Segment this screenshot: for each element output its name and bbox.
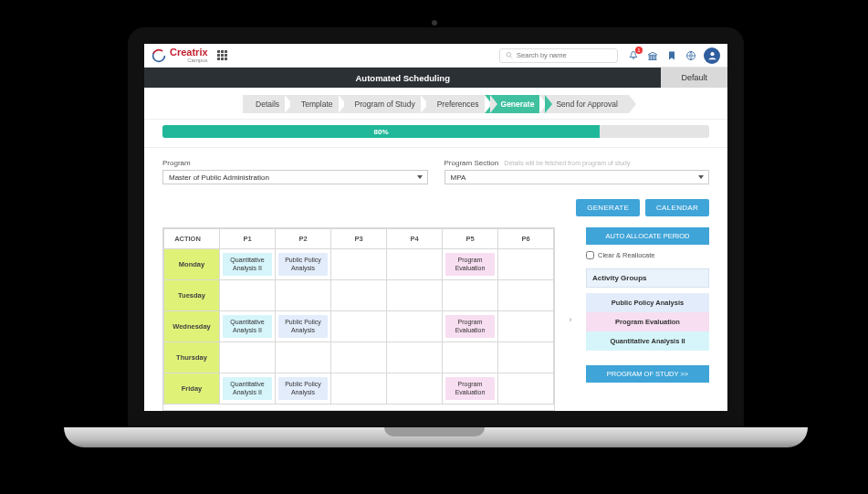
activity-group-item[interactable]: Quantitative Analysis II (586, 331, 709, 351)
laptop-camera (432, 20, 437, 26)
user-avatar[interactable] (704, 47, 720, 64)
topbar: Creatrix Campus 1 (144, 44, 727, 68)
schedule-cell[interactable]: Quantitative Analysis II (220, 311, 276, 342)
page-title: Automated Scheduling (144, 73, 661, 83)
schedule-cell[interactable]: Quantitative Analysis II (220, 373, 276, 405)
schedule-cell-empty[interactable] (276, 280, 331, 311)
schedule-cell-empty[interactable] (276, 342, 331, 373)
schedule-cell-empty[interactable] (331, 311, 387, 342)
svg-line-3 (510, 57, 512, 58)
wizard-steps: DetailsTemplateProgram of StudyPreferenc… (144, 88, 727, 120)
wizard-step-details[interactable]: Details (243, 95, 290, 113)
program-select[interactable]: Master of Public Administration (162, 170, 428, 184)
period-header: P3 (331, 229, 387, 249)
section-select[interactable]: MPA (444, 170, 710, 184)
section-hint: Details will be fetched from program of … (504, 160, 630, 166)
schedule-cell-empty[interactable] (498, 311, 554, 342)
schedule-cell-empty[interactable] (387, 311, 443, 342)
app-screen: Creatrix Campus 1 (128, 27, 744, 427)
schedule-cell-empty[interactable] (331, 342, 387, 373)
schedule-cell[interactable]: Public Policy Analysis (276, 311, 331, 342)
app-launcher-icon[interactable] (217, 50, 228, 61)
period-header: P1 (220, 229, 276, 249)
day-cell: Tuesday (164, 280, 220, 311)
schedule-cell-empty[interactable] (387, 342, 443, 373)
program-of-study-link[interactable]: PROGRAM OF STUDY >> (586, 365, 709, 383)
bookmark-icon[interactable] (665, 49, 678, 62)
schedule-cell-empty[interactable] (387, 280, 443, 311)
calendar-button[interactable]: CALENDAR (645, 199, 709, 216)
schedule-cell[interactable]: Quantitative Analysis II (220, 249, 276, 280)
schedule-cell-empty[interactable] (498, 373, 554, 405)
day-cell: Wednesday (164, 311, 220, 342)
schedule-cell-empty[interactable] (331, 373, 387, 405)
schedule-cell-empty[interactable] (498, 280, 554, 311)
brand-name: Creatrix (170, 47, 208, 58)
notification-badge: 1 (635, 47, 643, 54)
schedule-cell-empty[interactable] (387, 249, 443, 280)
page-titlebar: Automated Scheduling Default (144, 68, 727, 88)
schedule-cell-empty[interactable] (498, 249, 554, 280)
default-tab[interactable]: Default (661, 68, 727, 88)
chevron-down-icon (698, 175, 704, 179)
brand-logo[interactable]: Creatrix Campus (152, 47, 208, 63)
progress-bar: 80% (162, 125, 709, 138)
svg-point-5 (710, 52, 714, 56)
logo-icon (152, 48, 166, 63)
side-panel: AUTO ALLOCATE PERIOD Clear & Reallocate … (586, 227, 709, 411)
schedule-table: ACTIONP1P2P3P4P5P6MondayQuantitative Ana… (162, 227, 555, 411)
chevron-down-icon (417, 175, 423, 179)
period-header: P4 (387, 229, 443, 249)
laptop-notch (384, 427, 485, 436)
day-cell: Monday (164, 249, 220, 280)
svg-point-2 (507, 52, 511, 57)
progress-wrap: 80% (144, 120, 727, 148)
notification-bell-icon[interactable]: 1 (627, 49, 640, 62)
section-value: MPA (451, 173, 466, 182)
period-header: P5 (443, 229, 498, 249)
search-icon (506, 51, 513, 59)
activity-groups-header: Activity Groups (586, 268, 709, 288)
action-menu[interactable]: ACTION (164, 229, 220, 249)
activity-group-item[interactable]: Public Policy Analysis (586, 293, 709, 312)
clear-reallocate-check[interactable]: Clear & Reallocate (586, 251, 709, 259)
schedule-cell-empty[interactable] (331, 249, 387, 280)
search-input-wrap[interactable] (499, 48, 618, 63)
generate-button[interactable]: GENERATE (576, 199, 640, 216)
schedule-cell-empty[interactable] (387, 373, 443, 405)
schedule-cell-empty[interactable] (331, 280, 387, 311)
schedule-cell[interactable]: Public Policy Analysis (276, 249, 331, 280)
progress-fill: 80% (162, 125, 600, 138)
schedule-cell[interactable]: Public Policy Analysis (276, 373, 331, 405)
day-cell: Thursday (164, 342, 220, 373)
clear-reallocate-checkbox[interactable] (586, 251, 594, 259)
schedule-cell-empty[interactable] (443, 280, 498, 311)
schedule-cell[interactable]: Program Evaluation (443, 373, 498, 405)
search-input[interactable] (517, 51, 612, 59)
period-header: P6 (498, 229, 554, 249)
schedule-cell-empty[interactable] (443, 342, 498, 373)
schedule-cell[interactable]: Program Evaluation (443, 249, 498, 280)
wizard-step-program-of-study[interactable]: Program of Study (339, 95, 426, 113)
institution-icon[interactable] (646, 49, 659, 62)
auto-allocate-button[interactable]: AUTO ALLOCATE PERIOD (586, 227, 709, 245)
period-header: P2 (276, 229, 331, 249)
program-label: Program (162, 159, 428, 167)
globe-icon[interactable] (685, 49, 697, 62)
wizard-step-send-for-approval[interactable]: Send for Approval (539, 95, 629, 113)
schedule-cell-empty[interactable] (498, 342, 554, 373)
day-cell: Friday (164, 373, 220, 405)
expand-handle-icon[interactable]: › (566, 227, 575, 411)
schedule-cell-empty[interactable] (220, 280, 276, 311)
schedule-cell[interactable]: Program Evaluation (443, 311, 498, 342)
schedule-cell-empty[interactable] (220, 342, 276, 373)
clear-reallocate-label: Clear & Reallocate (598, 251, 655, 259)
brand-sub: Campus (170, 58, 208, 63)
section-label: Program Section (444, 159, 499, 167)
program-value: Master of Public Administration (169, 173, 269, 182)
activity-group-item[interactable]: Program Evaluation (586, 312, 709, 331)
controls-area: Program Master of Public Administration … (144, 148, 727, 220)
progress-label: 80% (374, 128, 389, 136)
